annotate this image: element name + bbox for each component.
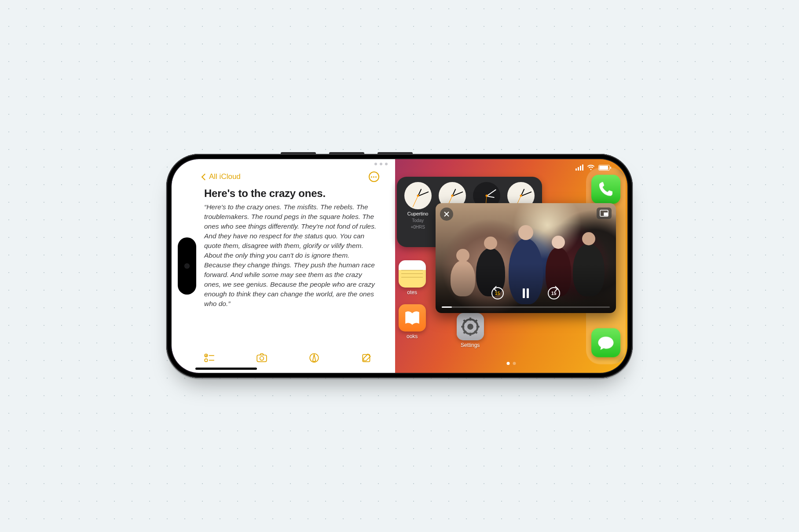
checklist-button[interactable] xyxy=(202,351,216,365)
svg-rect-21 xyxy=(604,213,608,215)
phone-icon xyxy=(597,180,615,198)
skip-forward-icon: 15 xyxy=(548,287,560,299)
skip-forward-button[interactable]: 15 xyxy=(546,286,561,301)
play-pause-button[interactable] xyxy=(518,286,533,301)
svg-rect-4 xyxy=(257,355,267,362)
markup-button[interactable] xyxy=(307,351,321,365)
app-label: otes xyxy=(407,289,417,295)
app-books[interactable]: ooks xyxy=(399,304,426,339)
screen: All iCloud Here's to the crazy ones. “He… xyxy=(172,159,627,373)
app-notes[interactable]: otes xyxy=(399,260,426,295)
dock-app-phone[interactable] xyxy=(591,175,620,204)
pip-progress-bar[interactable] xyxy=(442,306,610,308)
app-label: ooks xyxy=(407,333,418,339)
books-icon xyxy=(399,304,426,332)
app-label: Settings xyxy=(461,342,480,348)
home-app-settings[interactable]: Settings xyxy=(457,313,484,348)
home-indicator[interactable] xyxy=(195,368,257,370)
settings-icon xyxy=(457,313,484,340)
wifi-icon xyxy=(587,164,595,171)
city-label: Cupertino xyxy=(407,211,429,216)
pause-icon xyxy=(523,288,529,298)
camera-button[interactable] xyxy=(255,351,269,365)
markup-icon xyxy=(308,352,320,364)
clock-city: Cupertino Today +0HRS xyxy=(402,182,434,242)
multitasking-grabber[interactable] xyxy=(374,163,388,165)
home-screen: Cupertino Today +0HRS xyxy=(395,159,627,373)
iphone-frame: All iCloud Here's to the crazy ones. “He… xyxy=(166,154,633,378)
clock-face-icon xyxy=(404,182,432,209)
note-text: “Here's to the crazy ones. The misfits. … xyxy=(204,202,378,309)
compose-icon xyxy=(361,352,373,364)
cellular-signal-icon xyxy=(575,164,583,171)
notes-app-panel: All iCloud Here's to the crazy ones. “He… xyxy=(172,159,395,373)
note-body[interactable]: Here's to the crazy ones. “Here's to the… xyxy=(202,187,379,346)
pip-expand-icon xyxy=(600,210,608,217)
checklist-icon xyxy=(204,352,215,364)
camera-icon xyxy=(256,352,268,364)
compose-button[interactable] xyxy=(360,351,374,365)
battery-icon xyxy=(598,165,610,171)
note-title: Here's to the crazy ones. xyxy=(204,187,378,200)
svg-point-2 xyxy=(205,359,208,362)
dock-app-messages[interactable] xyxy=(591,328,620,357)
home-app-column: otes ooks xyxy=(399,260,426,339)
page-indicator[interactable] xyxy=(506,362,516,365)
city-offset: +0HRS xyxy=(410,225,425,230)
city-day: Today xyxy=(412,218,424,223)
notes-icon xyxy=(399,260,426,288)
svg-point-9 xyxy=(467,324,473,330)
pip-close-button[interactable] xyxy=(440,208,453,221)
skip-back-icon: 15 xyxy=(491,287,504,299)
dynamic-island xyxy=(178,237,196,295)
close-icon xyxy=(443,211,450,217)
svg-point-5 xyxy=(260,357,264,361)
messages-icon xyxy=(597,334,615,352)
pip-video-player[interactable]: 15 15 xyxy=(436,203,616,313)
more-button[interactable] xyxy=(369,171,379,182)
skip-back-button[interactable]: 15 xyxy=(490,286,505,301)
pip-controls: 15 15 xyxy=(490,286,561,301)
back-label: All iCloud xyxy=(209,172,241,181)
pip-expand-button[interactable] xyxy=(597,208,612,219)
notes-toolbar xyxy=(202,346,379,365)
back-button[interactable]: All iCloud xyxy=(202,172,241,181)
chevron-left-icon xyxy=(202,173,209,180)
status-bar xyxy=(575,164,610,171)
